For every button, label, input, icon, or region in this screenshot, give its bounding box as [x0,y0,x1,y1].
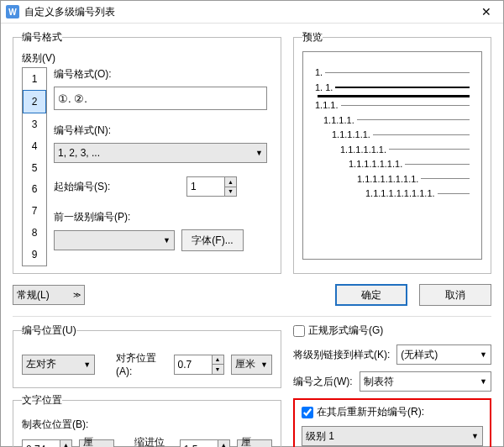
after-label: 编号之后(W): [293,375,353,389]
start-spinner[interactable]: ▲▼ [186,176,237,197]
level-item-7[interactable]: 7 [23,200,46,222]
preview-line: 1. 1. [315,81,470,95]
indent-unit-combo[interactable]: 厘米 ▼ [237,439,272,447]
window-title: 自定义多级编号列表 [24,5,470,19]
prev-label: 前一级别编号(P): [54,210,272,224]
style-combo[interactable]: 1, 2, 3, ... ▼ [54,143,267,163]
font-button[interactable]: 字体(F)... [181,229,244,251]
chevron-down-icon: ▼ [480,350,487,359]
prev-row: ▼ 字体(F)... [54,229,272,251]
after-row: 编号之后(W): 制表符 ▼ [293,371,491,392]
chevron-down-icon: ▼ [83,360,91,369]
chevron-down-icon: ▼ [163,236,171,245]
align-pos-value[interactable] [175,355,212,374]
level-label: 级别(V) [22,51,272,66]
chevron-down-icon: ▼ [471,432,479,440]
lower-row: 编号位置(U) 左对齐 ▼ 对齐位置(A): ▲▼ 厘米 [13,323,491,447]
indent-value[interactable] [181,440,218,447]
separator [13,316,491,317]
format-legend: 编号格式 [22,30,62,45]
start-value[interactable] [187,177,224,196]
dialog-body: 编号格式 级别(V) 123456789 编号格式(O): 编号样式(N): 1… [1,24,503,447]
link-combo[interactable]: (无样式) ▼ [396,344,491,365]
after-combo[interactable]: 制表符 ▼ [360,371,491,392]
formal-check-input[interactable] [293,325,305,337]
up-icon[interactable]: ▲ [212,355,223,365]
link-label: 将级别链接到样式(K): [293,348,390,362]
preview-line: 1.1.1.1.1.1. [315,143,470,157]
close-icon[interactable]: ✕ [470,1,503,23]
align-pos-label: 对齐位置(A): [116,351,166,377]
tab-unit: 厘米 [83,435,102,447]
level-item-3[interactable]: 3 [23,113,46,135]
level-item-6[interactable]: 6 [23,178,46,200]
style-value: 1, 2, 3, ... [58,147,100,159]
level-item-1[interactable]: 1 [23,68,46,90]
down-icon[interactable]: ▼ [212,365,223,374]
preview-line: 1.1.1.1.1.1.1.1. [315,172,470,187]
cancel-button[interactable]: 取消 [419,284,491,306]
app-icon: W [6,5,19,18]
restart-label: 在其后重新开始编号(R): [317,405,424,419]
preview-line: 1. [315,66,470,80]
down-icon[interactable]: ▼ [224,187,236,197]
top-row: 编号格式 级别(V) 123456789 编号格式(O): 编号样式(N): 1… [13,30,491,274]
start-row: 起始编号(S): ▲▼ [54,176,272,197]
format-label: 编号格式(O): [54,67,272,82]
number-format-group: 编号格式 级别(V) 123456789 编号格式(O): 编号样式(N): 1… [13,30,281,274]
text-pos-legend: 文字位置 [22,393,62,408]
ok-button[interactable]: 确定 [335,284,407,306]
dialog-window: W 自定义多级编号列表 ✕ 编号格式 级别(V) 123456789 编号格式(… [0,0,504,447]
up-icon[interactable]: ▲ [60,440,71,447]
style-label: 编号样式(N): [54,124,272,138]
actions-row: 常规(L) ≫ 确定 取消 [13,279,491,309]
tab-value[interactable] [23,440,60,447]
tab-unit-combo[interactable]: 厘米 ▼ [79,439,114,447]
chevron-down-icon: ▼ [260,360,268,369]
start-label: 起始编号(S): [54,180,180,194]
link-value: (无样式) [401,348,438,362]
chevron-down-icon: ▼ [480,377,487,386]
prev-combo[interactable]: ▼ [54,230,175,250]
preview-line: 1.1.1. [315,98,470,113]
restart-combo[interactable]: 级别 1 ▼ [302,426,483,446]
chevron-icon: ≫ [73,291,81,299]
preview-box: 1.1. 1.1.1.1.1.1.1.1.1.1.1.1.1.1.1.1.1.1… [302,51,482,260]
after-value: 制表符 [364,375,394,389]
number-position-group: 编号位置(U) 左对齐 ▼ 对齐位置(A): ▲▼ 厘米 [13,323,281,388]
lower-left: 编号位置(U) 左对齐 ▼ 对齐位置(A): ▲▼ 厘米 [13,323,281,447]
level-item-4[interactable]: 4 [23,135,46,157]
link-row: 将级别链接到样式(K): (无样式) ▼ [293,344,491,365]
align-unit-combo[interactable]: 厘米 ▼ [231,355,272,375]
align-unit: 厘米 [235,357,255,371]
level-item-9[interactable]: 9 [23,244,46,266]
restart-check-input[interactable] [302,407,313,418]
format-input[interactable] [54,87,267,110]
num-pos-legend: 编号位置(U) [22,323,76,338]
tab-spinner[interactable]: ▲▼ [22,439,72,447]
lower-right: 正规形式编号(G) 将级别链接到样式(K): (无样式) ▼ 编号之后(W): … [293,323,491,447]
up-icon[interactable]: ▲ [224,177,236,187]
format-controls: 编号格式(O): 编号样式(N): 1, 2, 3, ... ▼ 起始编号(S)… [54,67,272,266]
level-list[interactable]: 123456789 [22,67,47,266]
align-combo[interactable]: 左对齐 ▼ [22,355,95,375]
common-label: 常规(L) [17,288,50,302]
preview-line: 1.1.1.1. [315,113,470,128]
indent-label: 缩进位置(I): [134,435,173,447]
chevron-down-icon: ▼ [255,149,263,157]
align-value: 左对齐 [26,357,56,371]
restart-highlight-box: 在其后重新开始编号(R): 级别 1 ▼ [293,398,491,447]
common-button[interactable]: 常规(L) ≫ [13,285,85,305]
indent-spinner[interactable]: ▲▼ [180,439,230,447]
restart-checkbox[interactable]: 在其后重新开始编号(R): [302,405,483,419]
formal-label: 正规形式编号(G) [308,323,383,338]
preview-line [315,95,470,97]
level-item-8[interactable]: 8 [23,222,46,244]
indent-unit: 厘米 [241,435,260,447]
up-icon[interactable]: ▲ [218,440,229,447]
align-pos-spinner[interactable]: ▲▼ [174,355,224,375]
level-item-5[interactable]: 5 [23,157,46,179]
preview-line: 1.1.1.1.1.1.1. [315,157,470,171]
formal-checkbox[interactable]: 正规形式编号(G) [293,323,491,338]
level-item-2[interactable]: 2 [23,90,46,113]
